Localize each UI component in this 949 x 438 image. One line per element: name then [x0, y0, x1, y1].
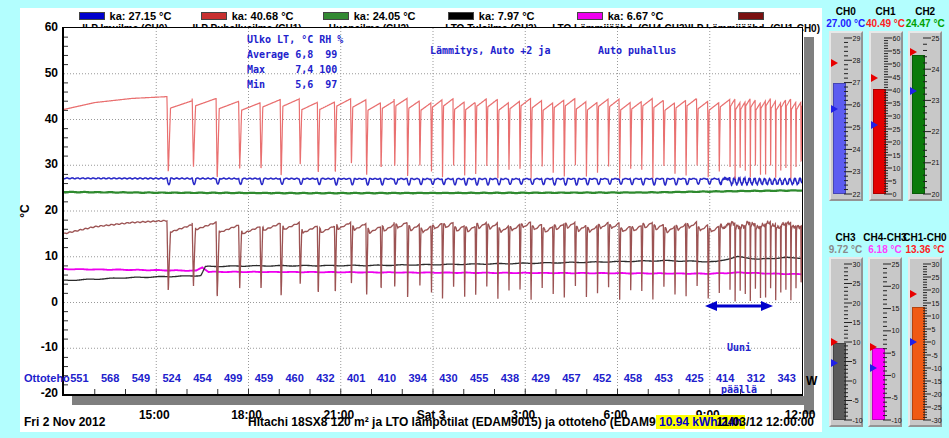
- svg-text:5: 5: [892, 350, 896, 357]
- gauge-CH4-CH3: CH4-CH36.18 °C-10-50510152025: [865, 232, 905, 427]
- svg-text:60: 60: [892, 35, 900, 42]
- annotation-outdoor-stats: Ulko LT, °C RH % Average 6,8 99 Max 7,4 …: [247, 32, 343, 92]
- gauge-max-marker: [910, 290, 917, 298]
- y-tick-label: 50: [24, 66, 58, 80]
- svg-text:10: 10: [892, 327, 900, 334]
- svg-text:-5: -5: [932, 352, 938, 359]
- gauge-max-marker: [831, 59, 838, 67]
- svg-text:5: 5: [892, 178, 896, 185]
- annotation-heating-mode: Lämmitys, Auto +2 ja: [430, 43, 550, 58]
- power-value: 458: [616, 372, 650, 384]
- app-window: ka: 27.15 °CILP Imuilma (CH0)ka: 40.68 °…: [0, 0, 949, 438]
- legend-color-swatch: [448, 12, 474, 20]
- power-value: 429: [524, 372, 558, 384]
- gauge-CH0: CH027.00 °C2223242526272829: [826, 6, 866, 201]
- gauge-title: CH2: [915, 6, 935, 18]
- annotation-oven-on: Uuni päällä: [709, 313, 769, 425]
- power-value: 549: [124, 372, 158, 384]
- svg-text:21: 21: [932, 159, 940, 166]
- gauge-body: -10-50510152025: [868, 257, 902, 427]
- svg-text:26: 26: [852, 101, 860, 108]
- legend-color-swatch: [323, 12, 349, 20]
- legend-average-value: ka: 6.67 °C: [608, 10, 664, 22]
- y-tick-label: 20: [24, 203, 58, 217]
- power-value: 432: [308, 372, 342, 384]
- svg-text:10: 10: [932, 313, 940, 320]
- svg-text:15: 15: [852, 319, 860, 326]
- svg-text:25: 25: [932, 35, 940, 42]
- gauge-title: CH4-CH3: [863, 232, 906, 244]
- power-value: 454: [185, 372, 219, 384]
- legend-color-swatch: [738, 12, 764, 20]
- svg-text:-30: -30: [932, 417, 942, 424]
- gauge-title: CH1: [876, 6, 896, 18]
- plot-canvas: [64, 28, 802, 394]
- chart-panel: ka: 27.15 °CILP Imuilma (CH0)ka: 40.68 °…: [20, 8, 822, 432]
- svg-text:5: 5: [932, 326, 936, 333]
- gauge-min-marker: [871, 121, 878, 129]
- gauge-body: -30-25-20-15-10-5051015202530: [908, 257, 942, 427]
- legend-entry-average: ka: 27.15 °C: [79, 10, 172, 22]
- svg-text:25: 25: [932, 274, 940, 281]
- power-value: 568: [93, 372, 127, 384]
- gauge-body: 2223242526272829: [829, 31, 863, 201]
- gauge-max-marker: [831, 338, 838, 346]
- legend-entry-average: ka: 6.67 °C: [577, 10, 664, 22]
- y-tick-label: -20: [24, 386, 58, 400]
- status-title: Hitachi 18SX8 120 m² ja LTO lämpötilat (…: [248, 415, 680, 429]
- svg-text:-25: -25: [932, 404, 942, 411]
- svg-text:55: 55: [892, 48, 900, 55]
- y-tick-label: 60: [24, 20, 58, 34]
- power-value: 453: [647, 372, 681, 384]
- gauge-value: 6.18 °C: [868, 244, 901, 256]
- power-unit-label: W: [806, 374, 817, 388]
- legend-color-swatch: [201, 12, 227, 20]
- legend-entry-average: ka: 24.05 °C: [323, 10, 416, 22]
- gauge-value: 40.49 °C: [866, 18, 905, 30]
- plot-shadow-bottom: [72, 396, 814, 405]
- gauge-CH2: CH224.47 °C202122232425: [905, 6, 945, 201]
- gauge-title: CH0: [836, 6, 856, 18]
- svg-text:20: 20: [932, 287, 940, 294]
- power-value: 414: [708, 372, 742, 384]
- power-value: 455: [462, 372, 496, 384]
- svg-text:23: 23: [932, 97, 940, 104]
- svg-text:23: 23: [852, 168, 860, 175]
- power-value: 343: [770, 372, 804, 384]
- power-value: 459: [247, 372, 281, 384]
- svg-text:27: 27: [852, 79, 860, 86]
- power-value: 312: [739, 372, 773, 384]
- svg-text:-10: -10: [852, 417, 862, 424]
- svg-text:25: 25: [852, 124, 860, 131]
- gauge-max-marker: [870, 343, 877, 351]
- svg-text:22: 22: [852, 191, 860, 198]
- svg-text:45: 45: [892, 74, 900, 81]
- gauge-max-marker: [871, 74, 878, 82]
- y-tick-label: 0: [24, 295, 58, 309]
- legend-average-value: ka: 27.15 °C: [110, 10, 172, 22]
- legend-entry-average: [738, 10, 769, 22]
- gauge-title: CH1-CH0: [903, 232, 946, 244]
- svg-text:25: 25: [892, 126, 900, 133]
- svg-text:-10: -10: [892, 417, 902, 424]
- svg-text:-15: -15: [932, 378, 942, 385]
- gauge-CH1: CH140.49 °C051015202530354045505560: [866, 6, 906, 201]
- gauge-min-marker: [831, 105, 838, 113]
- annotation-oven-line1: Uuni: [709, 341, 769, 355]
- annotation-fan-mode: Auto puhallus: [598, 43, 676, 58]
- gauge-body: 051015202530354045505560: [869, 31, 903, 201]
- svg-text:30: 30: [852, 261, 860, 268]
- status-bar: Fri 2 Nov 2012 Hitachi 18SX8 120 m² ja L…: [20, 415, 822, 431]
- gauge-scale: 202122232425: [910, 33, 940, 199]
- svg-text:29: 29: [852, 35, 860, 42]
- legend-color-swatch: [79, 12, 105, 20]
- svg-text:15: 15: [892, 305, 900, 312]
- svg-text:20: 20: [932, 191, 940, 198]
- power-value: 452: [585, 372, 619, 384]
- power-value: 524: [155, 372, 189, 384]
- svg-text:35: 35: [892, 100, 900, 107]
- y-tick-label: 40: [24, 112, 58, 126]
- power-value: 460: [278, 372, 312, 384]
- y-tick-label: -10: [24, 340, 58, 354]
- power-value: 551: [62, 372, 96, 384]
